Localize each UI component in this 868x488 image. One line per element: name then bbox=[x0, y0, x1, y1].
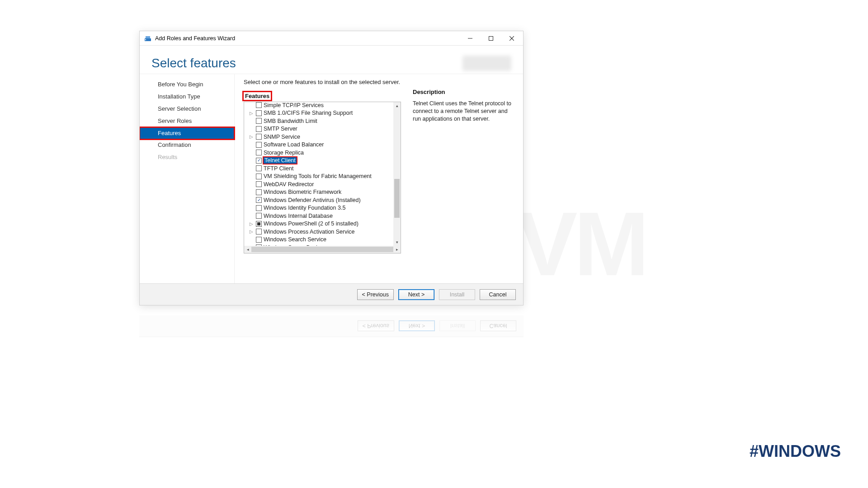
page-title: Select features bbox=[151, 56, 236, 70]
titlebar: Add Roles and Features Wizard bbox=[140, 31, 523, 46]
description-text: Telnet Client uses the Telnet protocol t… bbox=[413, 100, 515, 123]
feature-row[interactable]: ▷SMB 1.0/CIFS File Sharing Support bbox=[249, 109, 393, 117]
feature-checkbox[interactable] bbox=[256, 244, 262, 246]
server-manager-icon bbox=[144, 35, 151, 42]
feature-label: SMB Bandwidth Limit bbox=[264, 118, 317, 124]
feature-label: SNMP Service bbox=[264, 134, 300, 140]
scroll-down-icon[interactable]: ▾ bbox=[393, 239, 401, 246]
feature-row[interactable]: Windows Internal Database bbox=[249, 212, 393, 220]
intro-text: Select one or more features to install o… bbox=[244, 79, 401, 85]
feature-row[interactable]: Windows Identity Foundation 3.5 bbox=[249, 204, 393, 212]
features-label-wrap: Features bbox=[244, 92, 401, 100]
feature-checkbox[interactable] bbox=[256, 237, 262, 243]
feature-checkbox[interactable] bbox=[256, 213, 262, 219]
feature-row[interactable]: SMB Bandwidth Limit bbox=[249, 117, 393, 125]
feature-label: Windows Search Service bbox=[264, 236, 326, 243]
scroll-left-icon[interactable]: ◂ bbox=[244, 246, 251, 253]
horizontal-scrollbar[interactable]: ◂ ▸ bbox=[244, 246, 401, 253]
feature-label: Windows Identity Foundation 3.5 bbox=[264, 205, 345, 211]
feature-row[interactable]: ✓Telnet Client bbox=[249, 157, 393, 165]
wizard-step-confirmation[interactable]: Confirmation bbox=[140, 139, 234, 151]
feature-row[interactable]: ▷SNMP Service bbox=[249, 133, 393, 141]
window-title: Add Roles and Features Wizard bbox=[155, 35, 235, 42]
wizard-step-features[interactable]: Features bbox=[140, 127, 234, 140]
feature-label: Windows Server Backup bbox=[264, 244, 325, 246]
expander-icon[interactable]: ▷ bbox=[249, 221, 254, 226]
feature-row[interactable]: VM Shielding Tools for Fabric Management bbox=[249, 173, 393, 181]
feature-label: Telnet Client bbox=[264, 157, 297, 164]
features-section-label: Features bbox=[244, 92, 271, 100]
feature-label: Windows PowerShell (2 of 5 installed) bbox=[264, 221, 359, 227]
feature-row[interactable]: ▷Windows PowerShell (2 of 5 installed) bbox=[249, 220, 393, 228]
cancel-button[interactable]: Cancel bbox=[480, 289, 516, 300]
feature-checkbox[interactable] bbox=[256, 174, 262, 179]
description-panel: Description Telnet Client uses the Telne… bbox=[413, 79, 515, 279]
feature-row[interactable]: ✓Windows Defender Antivirus (Installed) bbox=[249, 196, 393, 204]
feature-row[interactable]: WebDAV Redirector bbox=[249, 180, 393, 188]
feature-row[interactable]: Storage Replica bbox=[249, 149, 393, 157]
wizard-step-results: Results bbox=[140, 151, 234, 164]
expander-icon[interactable]: ▷ bbox=[249, 134, 254, 139]
wizard-window: Add Roles and Features Wizard Select fea… bbox=[139, 31, 524, 305]
feature-label: Simple TCP/IP Services bbox=[264, 102, 324, 108]
feature-checkbox[interactable] bbox=[256, 229, 262, 235]
close-button[interactable] bbox=[501, 32, 522, 45]
vertical-scrollbar[interactable]: ▴ ▾ bbox=[393, 102, 401, 246]
scroll-right-icon[interactable]: ▸ bbox=[393, 246, 401, 253]
feature-label: VM Shielding Tools for Fabric Management bbox=[264, 173, 372, 179]
feature-checkbox[interactable] bbox=[256, 150, 262, 155]
minimize-button[interactable] bbox=[460, 32, 481, 45]
wizard-step-installation-type[interactable]: Installation Type bbox=[140, 91, 234, 103]
maximize-button[interactable] bbox=[481, 32, 501, 45]
feature-checkbox[interactable]: ✓ bbox=[256, 197, 262, 203]
wizard-step-before-you-begin[interactable]: Before You Begin bbox=[140, 79, 234, 91]
feature-checkbox[interactable] bbox=[256, 126, 262, 132]
feature-row[interactable]: SMTP Server bbox=[249, 125, 393, 133]
svg-rect-1 bbox=[146, 36, 150, 38]
feature-checkbox[interactable] bbox=[256, 205, 262, 211]
expander-icon[interactable]: ▷ bbox=[249, 229, 254, 234]
scroll-up-icon[interactable]: ▴ bbox=[393, 102, 401, 109]
feature-label: SMTP Server bbox=[264, 126, 297, 132]
feature-label: Windows Process Activation Service bbox=[264, 229, 354, 235]
previous-button[interactable]: < Previous bbox=[357, 289, 394, 300]
feature-row[interactable]: Software Load Balancer bbox=[249, 141, 393, 149]
feature-label: Software Load Balancer bbox=[264, 141, 324, 148]
feature-label: Windows Internal Database bbox=[264, 213, 333, 219]
expander-icon[interactable]: ▷ bbox=[249, 111, 254, 116]
window-reflection: < Previous Next > Install Cancel bbox=[139, 305, 524, 337]
feature-checkbox[interactable] bbox=[256, 102, 262, 108]
destination-server-box bbox=[462, 56, 511, 71]
feature-checkbox[interactable] bbox=[256, 189, 262, 195]
feature-checkbox[interactable] bbox=[256, 118, 262, 124]
next-button[interactable]: Next > bbox=[398, 289, 434, 300]
feature-checkbox[interactable] bbox=[256, 142, 262, 148]
svg-rect-4 bbox=[489, 36, 493, 40]
description-label: Description bbox=[413, 89, 515, 95]
feature-checkbox[interactable]: ✓ bbox=[256, 158, 262, 164]
feature-checkbox[interactable] bbox=[256, 134, 262, 140]
scroll-thumb[interactable] bbox=[394, 179, 400, 218]
svg-rect-2 bbox=[145, 39, 146, 40]
feature-label: SMB 1.0/CIFS File Sharing Support bbox=[264, 110, 353, 116]
feature-checkbox[interactable] bbox=[256, 165, 262, 171]
wizard-steps-sidebar: Before You BeginInstallation TypeServer … bbox=[140, 74, 235, 283]
feature-row[interactable]: Windows Search Service bbox=[249, 236, 393, 244]
wizard-step-server-selection[interactable]: Server Selection bbox=[140, 103, 234, 115]
features-tree: Simple TCP/IP Services▷SMB 1.0/CIFS File… bbox=[244, 102, 401, 253]
feature-row[interactable]: Windows Server Backup bbox=[249, 244, 393, 246]
wizard-footer: < Previous Next > Install Cancel bbox=[140, 283, 523, 305]
feature-label: WebDAV Redirector bbox=[264, 181, 314, 188]
feature-label: Windows Biometric Framework bbox=[264, 189, 341, 195]
feature-checkbox[interactable] bbox=[256, 221, 262, 227]
install-button[interactable]: Install bbox=[439, 289, 475, 300]
feature-label: Windows Defender Antivirus (Installed) bbox=[264, 197, 361, 203]
feature-row[interactable]: Windows Biometric Framework bbox=[249, 188, 393, 197]
feature-checkbox[interactable] bbox=[256, 181, 262, 187]
feature-row[interactable]: ▷Windows Process Activation Service bbox=[249, 228, 393, 236]
feature-checkbox[interactable] bbox=[256, 110, 262, 116]
wizard-step-server-roles[interactable]: Server Roles bbox=[140, 115, 234, 127]
page-header: Select features bbox=[140, 46, 523, 74]
feature-row[interactable]: TFTP Client bbox=[249, 164, 393, 173]
feature-row[interactable]: Simple TCP/IP Services bbox=[249, 102, 393, 109]
